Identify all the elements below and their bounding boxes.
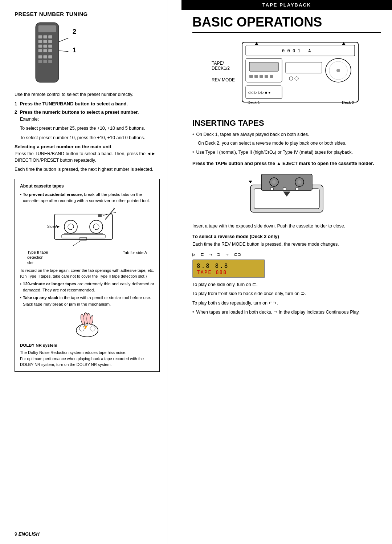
remote-label-1: 1 bbox=[73, 47, 76, 54]
svg-rect-14 bbox=[38, 55, 42, 58]
cassette-diagram: Side A bbox=[20, 207, 154, 247]
page-number: 9 ENGLISH bbox=[15, 531, 40, 537]
tape-deck-label: TAPE/ DECK1/2 bbox=[212, 61, 235, 71]
selecting-text1: Press the TUNER/BAND button to select a … bbox=[15, 151, 160, 164]
tape-insert-diagram bbox=[192, 170, 381, 218]
svg-rect-3 bbox=[43, 35, 47, 38]
svg-rect-1 bbox=[38, 25, 56, 32]
svg-point-26 bbox=[93, 224, 99, 230]
svg-rect-71 bbox=[261, 174, 312, 190]
svg-rect-9 bbox=[43, 45, 47, 48]
step1-text: Press the TUNER/BAND button to select a … bbox=[20, 101, 128, 106]
svg-point-40 bbox=[90, 326, 95, 331]
svg-marker-77 bbox=[249, 181, 252, 183]
svg-rect-35 bbox=[98, 214, 102, 217]
inserting-tapes-title: INSERTING TAPES bbox=[192, 118, 381, 128]
svg-point-25 bbox=[90, 220, 103, 233]
display-digits: 8.8 8.8 bbox=[197, 262, 261, 269]
svg-rect-7 bbox=[48, 40, 52, 43]
stereo-diagram: TAPE/ DECK1/2 REV MODE 0 0 0 1 - A bbox=[192, 39, 381, 111]
svg-rect-55 bbox=[249, 75, 253, 78]
svg-point-23 bbox=[64, 220, 77, 233]
svg-rect-60 bbox=[286, 62, 322, 73]
column-divider bbox=[167, 0, 167, 544]
svg-point-75 bbox=[298, 180, 301, 184]
svg-rect-10 bbox=[48, 45, 52, 48]
insert-bullet1-text: On Deck 1, tapes are always played back … bbox=[196, 132, 309, 138]
svg-rect-2 bbox=[38, 35, 42, 38]
svg-text:Deck 2: Deck 2 bbox=[342, 100, 354, 105]
cassette-labels: Type II tape detection slot Tab for side… bbox=[27, 250, 147, 265]
page-num-value: 9 bbox=[15, 531, 17, 537]
step2: 2 Press the numeric buttons to select a … bbox=[15, 109, 160, 115]
svg-marker-63 bbox=[255, 42, 258, 45]
play-both-note: When tapes are loaded in both decks, ⊃ i… bbox=[192, 309, 381, 316]
cassette-bullet1-bold: To prevent accidental erasure, bbox=[23, 192, 83, 197]
dolby-text2: For optimum performance when playing bac… bbox=[20, 356, 154, 368]
svg-rect-6 bbox=[43, 40, 47, 43]
insert-bullet1-sub: On Deck 2, you can select a reverse mode… bbox=[198, 140, 381, 147]
display-box: 8.8 8.8 TAPE 888 bbox=[192, 259, 265, 278]
cassette-bullet3-text: Take up any slack in the tape with a pen… bbox=[23, 295, 154, 307]
reverse-mode-text: Each time the REV MODE button is pressed… bbox=[192, 241, 381, 248]
reverse-mode-title: To select a reverse mode (Deck 2 only) bbox=[192, 234, 381, 239]
svg-rect-56 bbox=[254, 75, 258, 78]
insert-tape-text: Insert a tape with the exposed side down… bbox=[192, 223, 381, 230]
svg-rect-54 bbox=[249, 62, 278, 71]
cassette-text1: To record on the tape again, cover the t… bbox=[20, 267, 154, 279]
svg-rect-57 bbox=[260, 75, 263, 78]
use-remote-text: Use the remote control to select the pre… bbox=[15, 92, 160, 98]
type-ii-label: Type II tape detection slot bbox=[27, 250, 48, 265]
basic-operations-title: BASIC OPERATIONS bbox=[192, 15, 381, 33]
remote-label-2: 2 bbox=[73, 28, 76, 36]
svg-point-24 bbox=[68, 224, 74, 230]
pencil-diagram bbox=[20, 310, 154, 339]
svg-marker-64 bbox=[342, 42, 346, 45]
tab-side-a-label: Tab for side A bbox=[123, 250, 147, 265]
svg-text:0 0 0 1 - A: 0 0 0 1 - A bbox=[282, 48, 311, 53]
svg-rect-19 bbox=[48, 60, 52, 63]
pencil-svg bbox=[65, 310, 109, 339]
svg-text:Deck 1: Deck 1 bbox=[248, 100, 260, 105]
play-one-side: To play one side only, turn on ⊏. bbox=[192, 282, 381, 288]
svg-rect-16 bbox=[48, 55, 52, 58]
cassette-bullet2: 120-minute or longer tapes are extremely… bbox=[20, 281, 154, 294]
svg-line-20 bbox=[59, 38, 68, 42]
svg-rect-22 bbox=[54, 214, 113, 239]
svg-rect-59 bbox=[270, 75, 273, 78]
display-area: ▷ ⊏ → ⊃ → ⊂⊃ 8.8 8.8 TAPE 888 bbox=[192, 251, 381, 278]
cassette-bullet3-bold: Take up any slack bbox=[23, 295, 58, 300]
remote-svg bbox=[25, 21, 69, 86]
svg-point-61 bbox=[289, 77, 293, 80]
press-tape-text: Press the TAPE button and press the ▲ EJ… bbox=[192, 160, 381, 167]
svg-rect-78 bbox=[270, 188, 273, 190]
preset-number-title: PRESET NUMBER TUNING bbox=[15, 11, 160, 17]
selecting-text2: Each time the button is pressed, the nex… bbox=[15, 166, 160, 173]
example-label: Example: bbox=[20, 116, 160, 123]
cassette-bullet3: Take up any slack in the tape with a pen… bbox=[20, 295, 154, 307]
cassette-info-box: About cassette tapes To prevent accident… bbox=[15, 179, 160, 372]
remote-labels: 2 1 bbox=[73, 28, 76, 65]
svg-text:◁◁ ▷ ▷▷ ■ ●: ◁◁ ▷ ▷▷ ■ ● bbox=[248, 90, 270, 94]
play-both: To play both sides repeatedly, turn on ⊂… bbox=[192, 300, 381, 307]
svg-line-21 bbox=[59, 51, 68, 52]
left-column: PRESET NUMBER TUNING bbox=[0, 0, 167, 379]
svg-rect-8 bbox=[38, 45, 42, 48]
selecting-title: Selecting a preset number on the main un… bbox=[15, 144, 160, 149]
step1-label: 1 bbox=[15, 101, 17, 106]
svg-rect-34 bbox=[80, 237, 86, 240]
cassette-bullet2-text: 120-minute or longer tapes are extremely… bbox=[23, 281, 154, 294]
svg-rect-58 bbox=[265, 75, 268, 78]
cassette-bullet2-bold: 120-minute or longer tapes bbox=[23, 282, 76, 286]
svg-rect-12 bbox=[43, 49, 47, 52]
example-text1: To select preset number 25, press the +1… bbox=[20, 125, 160, 132]
svg-rect-15 bbox=[43, 55, 47, 58]
rev-mode-label: REV MODE bbox=[212, 77, 235, 82]
cassette-bullet1-text: To prevent accidental erasure, break off… bbox=[23, 192, 154, 204]
cassette-box-title: About cassette tapes bbox=[20, 183, 154, 189]
svg-rect-4 bbox=[48, 35, 52, 38]
stereo-labels: TAPE/ DECK1/2 REV MODE bbox=[212, 61, 235, 89]
svg-rect-79 bbox=[283, 188, 286, 190]
insert-bullet3: Use Type I (normal), Type II (high/CrO₂)… bbox=[192, 149, 381, 156]
svg-marker-33 bbox=[57, 226, 60, 228]
